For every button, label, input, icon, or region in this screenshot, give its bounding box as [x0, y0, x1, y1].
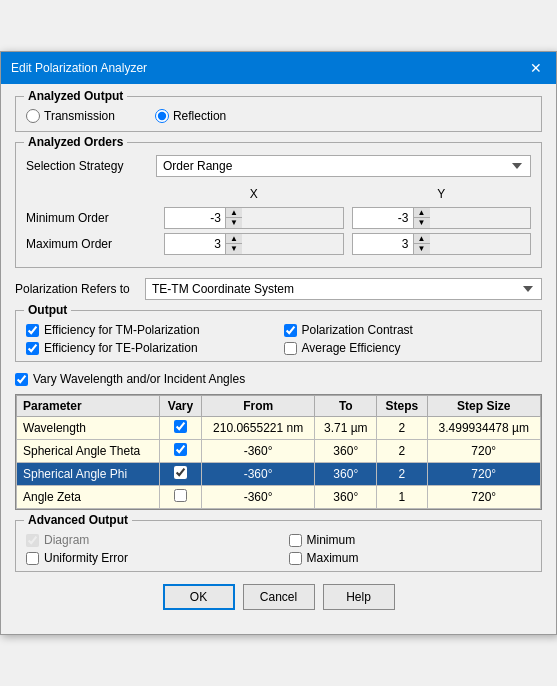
min-x-input[interactable] — [165, 208, 225, 228]
max-y-spinner-btns: ▲ ▼ — [413, 234, 430, 254]
strategy-row: Selection Strategy Order Range — [26, 155, 531, 177]
title-bar: Edit Polarization Analyzer ✕ — [1, 52, 556, 84]
analyzed-output-title: Analyzed Output — [24, 89, 127, 103]
theta-step-size: 720° — [427, 440, 541, 463]
table-row[interactable]: Spherical Angle Phi -360° 360° 2 720° — [17, 463, 541, 486]
wavelength-step-size: 3.499934478 µm — [427, 417, 541, 440]
min-order-label: Minimum Order — [26, 211, 156, 225]
pol-contrast-checkbox[interactable] — [284, 324, 297, 337]
wavelength-steps: 2 — [377, 417, 427, 440]
table-header-row: Parameter Vary From To Steps Step Size — [17, 396, 541, 417]
reflection-radio-label[interactable]: Reflection — [155, 109, 226, 123]
max-y-input[interactable] — [353, 234, 413, 254]
phi-name: Spherical Angle Phi — [17, 463, 160, 486]
avg-eff-label[interactable]: Average Efficiency — [284, 341, 532, 355]
eff-tm-checkbox[interactable] — [26, 324, 39, 337]
uniformity-error-text: Uniformity Error — [44, 551, 128, 565]
table-row[interactable]: Spherical Angle Theta -360° 360° 2 720° — [17, 440, 541, 463]
zeta-from: -360° — [202, 486, 315, 509]
zeta-to: 360° — [315, 486, 377, 509]
pol-refers-row: Polarization Refers to TE-TM Coordinate … — [15, 278, 542, 300]
vary-text: Vary Wavelength and/or Incident Angles — [33, 372, 245, 386]
min-y-up-btn[interactable]: ▲ — [414, 208, 430, 218]
vary-row: Vary Wavelength and/or Incident Angles — [15, 372, 542, 386]
max-y-up-btn[interactable]: ▲ — [414, 234, 430, 244]
max-x-down-btn[interactable]: ▼ — [226, 244, 242, 254]
theta-vary[interactable] — [159, 440, 201, 463]
parameter-table-container: Parameter Vary From To Steps Step Size W… — [15, 394, 542, 510]
maximum-checkbox[interactable] — [289, 552, 302, 565]
pol-refers-label: Polarization Refers to — [15, 282, 135, 296]
min-y-down-btn[interactable]: ▼ — [414, 218, 430, 228]
pol-refers-select[interactable]: TE-TM Coordinate System — [145, 278, 542, 300]
zeta-vary[interactable] — [159, 486, 201, 509]
minimum-text: Minimum — [307, 533, 356, 547]
pol-contrast-label[interactable]: Polarization Contrast — [284, 323, 532, 337]
wavelength-vary[interactable] — [159, 417, 201, 440]
theta-steps: 2 — [377, 440, 427, 463]
phi-vary-checkbox[interactable] — [174, 466, 187, 479]
ok-button[interactable]: OK — [163, 584, 235, 610]
zeta-vary-checkbox[interactable] — [174, 489, 187, 502]
eff-tm-label[interactable]: Efficiency for TM-Polarization — [26, 323, 274, 337]
order-grid: X Y Minimum Order ▲ ▼ ▲ ▼ — [26, 187, 531, 255]
theta-vary-checkbox[interactable] — [174, 443, 187, 456]
phi-vary[interactable] — [159, 463, 201, 486]
cancel-button[interactable]: Cancel — [243, 584, 315, 610]
min-x-down-btn[interactable]: ▼ — [226, 218, 242, 228]
advanced-output-group: Advanced Output Diagram Minimum Uniformi… — [15, 520, 542, 572]
minimum-checkbox[interactable] — [289, 534, 302, 547]
analyzed-orders-title: Analyzed Orders — [24, 135, 127, 149]
phi-to: 360° — [315, 463, 377, 486]
advanced-output-title: Advanced Output — [24, 513, 132, 527]
vary-label[interactable]: Vary Wavelength and/or Incident Angles — [15, 372, 245, 386]
diagram-text: Diagram — [44, 533, 89, 547]
max-x-spinner: ▲ ▼ — [164, 233, 344, 255]
min-y-input[interactable] — [353, 208, 413, 228]
close-button[interactable]: ✕ — [526, 58, 546, 78]
zeta-step-size: 720° — [427, 486, 541, 509]
zeta-steps: 1 — [377, 486, 427, 509]
diagram-checkbox[interactable] — [26, 534, 39, 547]
table-row[interactable]: Angle Zeta -360° 360° 1 720° — [17, 486, 541, 509]
help-button[interactable]: Help — [323, 584, 395, 610]
wavelength-vary-checkbox[interactable] — [174, 420, 187, 433]
max-x-up-btn[interactable]: ▲ — [226, 234, 242, 244]
parameter-table: Parameter Vary From To Steps Step Size W… — [16, 395, 541, 509]
minimum-label[interactable]: Minimum — [289, 533, 532, 547]
max-y-down-btn[interactable]: ▼ — [414, 244, 430, 254]
strategy-select[interactable]: Order Range — [156, 155, 531, 177]
reflection-radio[interactable] — [155, 109, 169, 123]
uniformity-error-checkbox[interactable] — [26, 552, 39, 565]
transmission-radio[interactable] — [26, 109, 40, 123]
reflection-label: Reflection — [173, 109, 226, 123]
theta-name: Spherical Angle Theta — [17, 440, 160, 463]
output-checkboxes: Efficiency for TM-Polarization Polarizat… — [26, 319, 531, 355]
min-x-spinner: ▲ ▼ — [164, 207, 344, 229]
col-step-size: Step Size — [427, 396, 541, 417]
uniformity-error-label[interactable]: Uniformity Error — [26, 551, 269, 565]
eff-te-label[interactable]: Efficiency for TE-Polarization — [26, 341, 274, 355]
pol-contrast-text: Polarization Contrast — [302, 323, 413, 337]
zeta-name: Angle Zeta — [17, 486, 160, 509]
col-to: To — [315, 396, 377, 417]
max-y-spinner: ▲ ▼ — [352, 233, 532, 255]
vary-checkbox[interactable] — [15, 373, 28, 386]
maximum-label[interactable]: Maximum — [289, 551, 532, 565]
strategy-label: Selection Strategy — [26, 159, 146, 173]
eff-te-checkbox[interactable] — [26, 342, 39, 355]
avg-eff-checkbox[interactable] — [284, 342, 297, 355]
transmission-label: Transmission — [44, 109, 115, 123]
transmission-radio-label[interactable]: Transmission — [26, 109, 115, 123]
edit-polarization-dialog: Edit Polarization Analyzer ✕ Analyzed Ou… — [0, 51, 557, 635]
col-steps: Steps — [377, 396, 427, 417]
min-x-up-btn[interactable]: ▲ — [226, 208, 242, 218]
diagram-label[interactable]: Diagram — [26, 533, 269, 547]
theta-to: 360° — [315, 440, 377, 463]
wavelength-name: Wavelength — [17, 417, 160, 440]
col-parameter: Parameter — [17, 396, 160, 417]
output-group-title: Output — [24, 303, 71, 317]
col-vary: Vary — [159, 396, 201, 417]
table-row[interactable]: Wavelength 210.0655221 nm 3.71 µm 2 3.49… — [17, 417, 541, 440]
max-x-input[interactable] — [165, 234, 225, 254]
